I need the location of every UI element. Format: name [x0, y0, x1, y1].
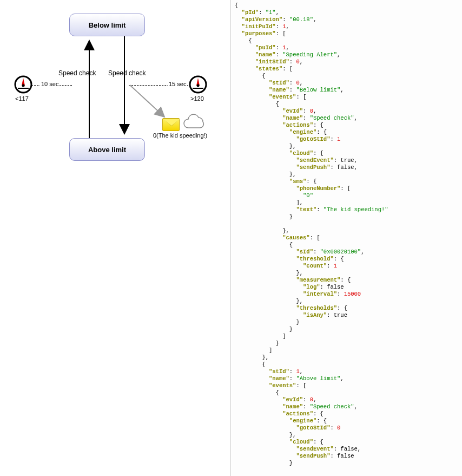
- diagram-panel: Below limit Above limit <117 >120 10 sec…: [0, 0, 231, 476]
- envelope-icon: [162, 118, 180, 131]
- cloud-icon: [182, 113, 207, 134]
- json-code-panel[interactable]: { "pId": "1", "apiVersion": "00.18", "in…: [232, 0, 462, 476]
- message-caption: 0(The kid speeding!): [153, 132, 207, 139]
- transition-arrows: [0, 0, 231, 173]
- svg-line-10: [130, 85, 164, 117]
